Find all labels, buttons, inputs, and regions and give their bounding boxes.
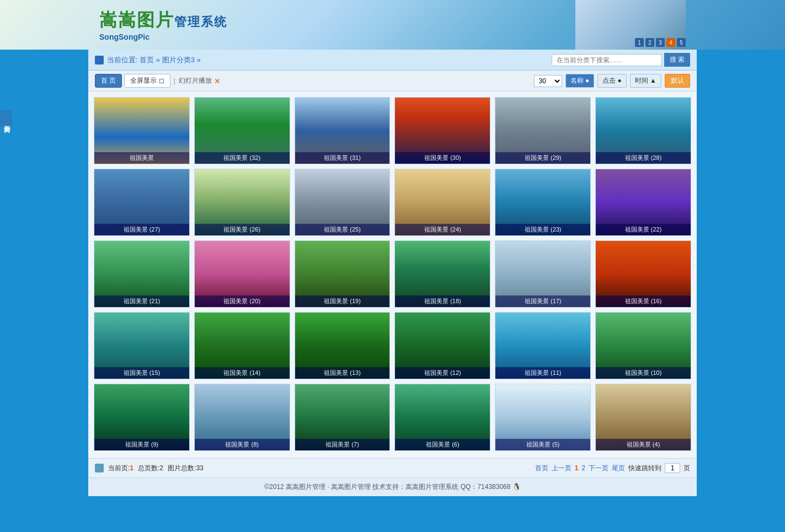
image-caption-24: 祖国美景 (10) bbox=[596, 367, 691, 379]
footer-stats: 当前页:1 总页数:2 图片总数:33 bbox=[95, 464, 204, 473]
prev-page-link[interactable]: 上一页 bbox=[552, 464, 572, 473]
current-page-label: 当前页:1 bbox=[108, 464, 133, 473]
toolbar-left: 首 页 全屏显示 ◻ | 幻灯片播放 ✕ bbox=[95, 74, 221, 88]
grid-row-1: 祖国美景 (27)祖国美景 (26)祖国美景 (25)祖国美景 (24)祖国美景… bbox=[94, 169, 691, 236]
image-caption-15: 祖国美景 (19) bbox=[295, 295, 390, 307]
slideshow-close[interactable]: ✕ bbox=[214, 77, 221, 85]
image-caption-5: 祖国美景 (29) bbox=[495, 152, 590, 164]
home-icon bbox=[95, 56, 104, 65]
toolbar-right: 10 20 30 50 100 名称 ● 点击 ● 时间 ▲ 默认 bbox=[534, 74, 690, 88]
num-4[interactable]: 4 bbox=[666, 38, 675, 47]
search-button[interactable]: 搜 索 bbox=[664, 53, 690, 67]
footer-icon bbox=[95, 464, 104, 472]
total-pages: 总页数:2 bbox=[138, 464, 163, 473]
grid-item-20[interactable]: 祖国美景 (14) bbox=[194, 312, 290, 379]
grid-item-28[interactable]: 祖国美景 (6) bbox=[394, 384, 490, 451]
header-num-buttons: 1 2 3 4 5 bbox=[635, 38, 686, 47]
home-btn[interactable]: 首 页 bbox=[95, 74, 122, 88]
grid-item-15[interactable]: 祖国美景 (19) bbox=[295, 240, 391, 308]
image-caption-12: 祖国美景 (22) bbox=[596, 224, 691, 235]
grid-row-2: 祖国美景 (21)祖国美景 (20)祖国美景 (19)祖国美景 (18)祖国美景… bbox=[94, 240, 691, 308]
image-caption-10: 祖国美景 (24) bbox=[395, 224, 490, 235]
grid-item-17[interactable]: 祖国美景 (17) bbox=[495, 240, 591, 308]
grid-item-23[interactable]: 祖国美景 (11) bbox=[495, 312, 591, 379]
grid-item-21[interactable]: 祖国美景 (13) bbox=[295, 312, 391, 379]
header: 嵩嵩图片管理系统 SongSongPic 1 2 3 4 5 bbox=[0, 0, 785, 50]
grid-item-18[interactable]: 祖国美景 (16) bbox=[595, 240, 691, 308]
grid-row-4: 祖国美景 (9)祖国美景 (8)祖国美景 (7)祖国美景 (6)祖国美景 (5)… bbox=[94, 384, 691, 451]
image-caption-23: 祖国美景 (11) bbox=[495, 367, 590, 379]
toolbar: 首 页 全屏显示 ◻ | 幻灯片播放 ✕ 10 20 30 50 100 名称 … bbox=[88, 71, 697, 92]
logo: 嵩嵩图片管理系统 SongSongPic bbox=[99, 8, 227, 41]
image-caption-14: 祖国美景 (20) bbox=[195, 295, 290, 307]
sidebar: 图片分类 bbox=[0, 110, 12, 127]
image-caption-4: 祖国美景 (30) bbox=[395, 152, 490, 164]
page-2-link[interactable]: 2 bbox=[581, 464, 585, 472]
grid-item-19[interactable]: 祖国美景 (15) bbox=[94, 312, 190, 379]
image-caption-25: 祖国美景 (9) bbox=[94, 439, 189, 450]
grid-item-24[interactable]: 祖国美景 (10) bbox=[595, 312, 691, 379]
grid-item-14[interactable]: 祖国美景 (20) bbox=[194, 240, 290, 308]
breadcrumb-text: 当前位置: 首页 » 图片分类3 » bbox=[107, 55, 201, 65]
per-page-select[interactable]: 10 20 30 50 100 bbox=[534, 75, 562, 87]
grid-row-0: 祖国美景祖国美景 (32)祖国美景 (31)祖国美景 (30)祖国美景 (29)… bbox=[94, 97, 691, 164]
image-caption-9: 祖国美景 (25) bbox=[295, 224, 390, 235]
image-caption-7: 祖国美景 (27) bbox=[94, 224, 189, 235]
fullscreen-btn[interactable]: 全屏显示 ◻ bbox=[124, 74, 170, 88]
grid-item-6[interactable]: 祖国美景 (28) bbox=[595, 97, 691, 164]
grid-item-16[interactable]: 祖国美景 (18) bbox=[394, 240, 490, 308]
default-btn[interactable]: 默认 bbox=[665, 74, 690, 88]
grid-item-11[interactable]: 祖国美景 (23) bbox=[495, 169, 591, 236]
grid-item-22[interactable]: 祖国美景 (12) bbox=[394, 312, 490, 379]
grid-item-25[interactable]: 祖国美景 (9) bbox=[94, 384, 190, 451]
num-3[interactable]: 3 bbox=[656, 38, 665, 47]
grid-row-3: 祖国美景 (15)祖国美景 (14)祖国美景 (13)祖国美景 (12)祖国美景… bbox=[94, 312, 691, 379]
total-images: 图片总数:33 bbox=[168, 464, 204, 473]
grid-item-8[interactable]: 祖国美景 (26) bbox=[194, 169, 290, 236]
sort-click-btn[interactable]: 点击 ● bbox=[597, 74, 627, 88]
page-1-active[interactable]: 1 bbox=[575, 464, 579, 472]
last-page-link[interactable]: 尾页 bbox=[612, 464, 625, 473]
image-caption-20: 祖国美景 (14) bbox=[195, 367, 290, 379]
image-caption-6: 祖国美景 (28) bbox=[596, 152, 691, 164]
grid-item-9[interactable]: 祖国美景 (25) bbox=[295, 169, 391, 236]
grid-item-12[interactable]: 祖国美景 (22) bbox=[595, 169, 691, 236]
jump-input[interactable]: 1 bbox=[665, 463, 680, 473]
image-caption-30: 祖国美景 (4) bbox=[596, 439, 691, 450]
image-caption-22: 祖国美景 (12) bbox=[395, 367, 490, 379]
num-1[interactable]: 1 bbox=[635, 38, 644, 47]
grid-item-10[interactable]: 祖国美景 (24) bbox=[394, 169, 490, 236]
search-input[interactable] bbox=[552, 54, 662, 66]
grid-item-30[interactable]: 祖国美景 (4) bbox=[595, 384, 691, 451]
grid-item-26[interactable]: 祖国美景 (8) bbox=[194, 384, 290, 451]
grid-item-2[interactable]: 祖国美景 (32) bbox=[194, 97, 290, 164]
footer-pagination: 首页 上一页 1 2 下一页 尾页 快速跳转到 1 页 bbox=[535, 463, 690, 473]
image-caption-29: 祖国美景 (5) bbox=[495, 439, 590, 450]
grid-item-13[interactable]: 祖国美景 (21) bbox=[94, 240, 190, 308]
image-caption-13: 祖国美景 (21) bbox=[94, 295, 189, 307]
sort-time-btn[interactable]: 时间 ▲ bbox=[630, 74, 661, 88]
search-area: 搜 索 bbox=[552, 53, 690, 67]
first-page-link[interactable]: 首页 bbox=[535, 464, 548, 473]
image-caption-18: 祖国美景 (16) bbox=[596, 295, 691, 307]
grid-item-5[interactable]: 祖国美景 (29) bbox=[495, 97, 591, 164]
num-5[interactable]: 5 bbox=[677, 38, 686, 47]
next-page-link[interactable]: 下一页 bbox=[589, 464, 608, 473]
image-caption-17: 祖国美景 (17) bbox=[495, 295, 590, 307]
grid-item-1[interactable]: 祖国美景 bbox=[94, 97, 190, 164]
image-caption-26: 祖国美景 (8) bbox=[195, 439, 290, 450]
image-caption-28: 祖国美景 (6) bbox=[395, 439, 490, 450]
grid-item-27[interactable]: 祖国美景 (7) bbox=[295, 384, 391, 451]
image-caption-2: 祖国美景 (32) bbox=[195, 152, 290, 164]
slideshow-label: 幻灯片播放 bbox=[179, 76, 212, 85]
num-2[interactable]: 2 bbox=[645, 38, 654, 47]
logo-main: 嵩嵩图片管理系统 bbox=[99, 8, 227, 33]
image-caption-21: 祖国美景 (13) bbox=[295, 367, 390, 379]
grid-item-7[interactable]: 祖国美景 (27) bbox=[94, 169, 190, 236]
sort-name-btn[interactable]: 名称 ● bbox=[565, 74, 595, 88]
grid-item-3[interactable]: 祖国美景 (31) bbox=[295, 97, 391, 164]
footer: 当前页:1 总页数:2 图片总数:33 首页 上一页 1 2 下一页 尾页 快速… bbox=[88, 458, 697, 477]
grid-item-4[interactable]: 祖国美景 (30) bbox=[394, 97, 490, 164]
grid-item-29[interactable]: 祖国美景 (5) bbox=[495, 384, 591, 451]
breadcrumb-bar: 当前位置: 首页 » 图片分类3 » 搜 索 bbox=[88, 50, 697, 71]
